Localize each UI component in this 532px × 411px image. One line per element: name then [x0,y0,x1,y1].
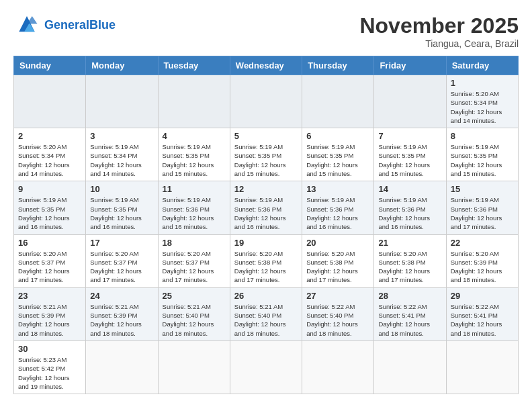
day-number: 9 [18,184,81,194]
calendar-day-cell: 29Sunrise: 5:22 AM Sunset: 5:41 PM Dayli… [446,287,518,340]
month-title: November 2025 [359,13,519,38]
calendar-day-cell [302,340,374,394]
day-number: 14 [378,184,441,194]
day-info: Sunrise: 5:19 AM Sunset: 5:36 PM Dayligh… [163,195,226,231]
day-info: Sunrise: 5:20 AM Sunset: 5:37 PM Dayligh… [90,249,153,285]
calendar-day-cell: 3Sunrise: 5:19 AM Sunset: 5:34 PM Daylig… [86,128,158,181]
calendar-day-cell [374,340,446,394]
calendar-day-cell: 27Sunrise: 5:22 AM Sunset: 5:40 PM Dayli… [302,287,374,340]
calendar-day-cell [158,340,230,394]
calendar-table: SundayMondayTuesdayWednesdayThursdayFrid… [13,56,519,394]
calendar-day-cell: 14Sunrise: 5:19 AM Sunset: 5:36 PM Dayli… [374,181,446,234]
day-number: 8 [451,131,514,141]
day-number: 25 [163,291,226,301]
calendar-day-cell: 2Sunrise: 5:20 AM Sunset: 5:34 PM Daylig… [14,128,86,181]
day-info: Sunrise: 5:20 AM Sunset: 5:37 PM Dayligh… [18,249,81,285]
day-info: Sunrise: 5:19 AM Sunset: 5:36 PM Dayligh… [451,195,514,231]
day-info: Sunrise: 5:19 AM Sunset: 5:35 PM Dayligh… [451,142,514,178]
day-number: 17 [90,238,153,248]
day-number: 3 [90,131,153,141]
weekday-header-saturday: Saturday [446,56,518,75]
calendar-week-row: 16Sunrise: 5:20 AM Sunset: 5:37 PM Dayli… [14,234,519,287]
day-info: Sunrise: 5:21 AM Sunset: 5:39 PM Dayligh… [18,302,81,338]
day-number: 29 [451,291,514,301]
day-number: 4 [163,131,226,141]
day-number: 12 [234,184,298,194]
location: Tiangua, Ceara, Brazil [359,38,519,49]
day-info: Sunrise: 5:22 AM Sunset: 5:40 PM Dayligh… [306,302,369,338]
day-info: Sunrise: 5:20 AM Sunset: 5:38 PM Dayligh… [234,249,298,285]
calendar-day-cell [230,340,302,394]
day-number: 2 [18,131,81,141]
day-info: Sunrise: 5:20 AM Sunset: 5:34 PM Dayligh… [451,89,514,125]
calendar-day-cell: 30Sunrise: 5:23 AM Sunset: 5:42 PM Dayli… [14,340,86,394]
day-info: Sunrise: 5:21 AM Sunset: 5:39 PM Dayligh… [90,302,153,338]
calendar-week-row: 2Sunrise: 5:20 AM Sunset: 5:34 PM Daylig… [14,128,519,181]
calendar-day-cell [230,75,302,128]
calendar-day-cell [302,75,374,128]
calendar-week-row: 9Sunrise: 5:19 AM Sunset: 5:35 PM Daylig… [14,181,519,234]
day-info: Sunrise: 5:19 AM Sunset: 5:36 PM Dayligh… [234,195,298,231]
weekday-header-monday: Monday [86,56,158,75]
day-info: Sunrise: 5:22 AM Sunset: 5:41 PM Dayligh… [378,302,441,338]
day-info: Sunrise: 5:19 AM Sunset: 5:36 PM Dayligh… [378,195,441,231]
calendar-day-cell [446,340,518,394]
day-info: Sunrise: 5:19 AM Sunset: 5:34 PM Dayligh… [90,142,153,178]
day-info: Sunrise: 5:19 AM Sunset: 5:35 PM Dayligh… [163,142,226,178]
day-info: Sunrise: 5:20 AM Sunset: 5:37 PM Dayligh… [163,249,226,285]
calendar-day-cell [158,75,230,128]
day-number: 22 [451,238,514,248]
day-number: 20 [306,238,369,248]
day-info: Sunrise: 5:20 AM Sunset: 5:39 PM Dayligh… [451,249,514,285]
calendar-day-cell: 18Sunrise: 5:20 AM Sunset: 5:37 PM Dayli… [158,234,230,287]
day-info: Sunrise: 5:20 AM Sunset: 5:38 PM Dayligh… [378,249,441,285]
logo-text: GeneralBlue [44,19,116,32]
calendar-day-cell [374,75,446,128]
calendar-day-cell: 4Sunrise: 5:19 AM Sunset: 5:35 PM Daylig… [158,128,230,181]
day-number: 16 [18,238,81,248]
day-number: 10 [90,184,153,194]
calendar-day-cell: 20Sunrise: 5:20 AM Sunset: 5:38 PM Dayli… [302,234,374,287]
weekday-header-row: SundayMondayTuesdayWednesdayThursdayFrid… [14,56,519,75]
calendar-day-cell: 15Sunrise: 5:19 AM Sunset: 5:36 PM Dayli… [446,181,518,234]
day-number: 27 [306,291,369,301]
calendar-week-row: 1Sunrise: 5:20 AM Sunset: 5:34 PM Daylig… [14,75,519,128]
calendar-day-cell: 5Sunrise: 5:19 AM Sunset: 5:35 PM Daylig… [230,128,302,181]
day-info: Sunrise: 5:19 AM Sunset: 5:35 PM Dayligh… [234,142,298,178]
day-info: Sunrise: 5:20 AM Sunset: 5:34 PM Dayligh… [18,142,81,178]
weekday-header-thursday: Thursday [302,56,374,75]
calendar-day-cell: 8Sunrise: 5:19 AM Sunset: 5:35 PM Daylig… [446,128,518,181]
day-number: 18 [163,238,226,248]
calendar-day-cell: 6Sunrise: 5:19 AM Sunset: 5:35 PM Daylig… [302,128,374,181]
calendar-day-cell: 1Sunrise: 5:20 AM Sunset: 5:34 PM Daylig… [446,75,518,128]
day-number: 5 [234,131,298,141]
calendar-day-cell: 24Sunrise: 5:21 AM Sunset: 5:39 PM Dayli… [86,287,158,340]
weekday-header-friday: Friday [374,56,446,75]
calendar-day-cell: 7Sunrise: 5:19 AM Sunset: 5:35 PM Daylig… [374,128,446,181]
day-info: Sunrise: 5:19 AM Sunset: 5:35 PM Dayligh… [306,142,369,178]
calendar-day-cell: 10Sunrise: 5:19 AM Sunset: 5:35 PM Dayli… [86,181,158,234]
logo-icon [13,13,40,37]
calendar-day-cell: 12Sunrise: 5:19 AM Sunset: 5:36 PM Dayli… [230,181,302,234]
day-number: 15 [451,184,514,194]
day-number: 24 [90,291,153,301]
day-info: Sunrise: 5:22 AM Sunset: 5:41 PM Dayligh… [451,302,514,338]
day-number: 11 [163,184,226,194]
day-info: Sunrise: 5:19 AM Sunset: 5:35 PM Dayligh… [90,195,153,231]
day-number: 13 [306,184,369,194]
day-number: 26 [234,291,298,301]
weekday-header-wednesday: Wednesday [230,56,302,75]
day-number: 7 [378,131,441,141]
calendar-day-cell: 16Sunrise: 5:20 AM Sunset: 5:37 PM Dayli… [14,234,86,287]
day-number: 1 [451,78,514,88]
page-header: GeneralBlue November 2025 Tiangua, Ceara… [13,13,519,49]
day-info: Sunrise: 5:21 AM Sunset: 5:40 PM Dayligh… [234,302,298,338]
weekday-header-tuesday: Tuesday [158,56,230,75]
day-number: 21 [378,238,441,248]
calendar-day-cell: 28Sunrise: 5:22 AM Sunset: 5:41 PM Dayli… [374,287,446,340]
day-info: Sunrise: 5:19 AM Sunset: 5:35 PM Dayligh… [378,142,441,178]
logo: GeneralBlue [13,13,116,37]
day-number: 23 [18,291,81,301]
calendar-week-row: 23Sunrise: 5:21 AM Sunset: 5:39 PM Dayli… [14,287,519,340]
day-number: 30 [18,344,81,354]
